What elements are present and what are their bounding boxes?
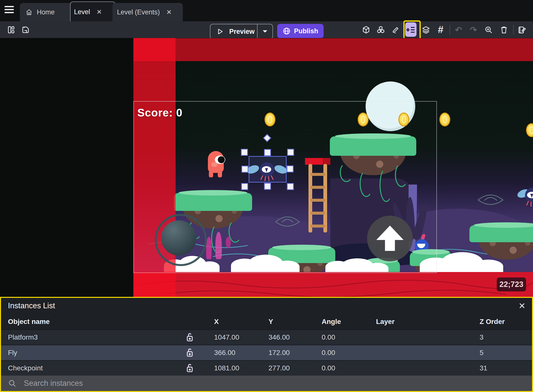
resize-handle[interactable] — [264, 183, 271, 190]
resize-handle[interactable] — [264, 149, 271, 156]
unlock-icon[interactable] — [186, 348, 194, 358]
column-z-order: Z Order — [473, 318, 532, 326]
redo-icon[interactable]: ↷ — [469, 21, 478, 38]
table-row-platform3[interactable]: Platform3 1047.00 346.00 0.00 3 — [1, 329, 532, 345]
app-window: Home Level ✕ Level (Events) ✕ Preview — [0, 0, 533, 392]
tab-level-events-label: Level (Events) — [117, 8, 160, 16]
tab-level-events-close-icon[interactable]: ✕ — [166, 8, 172, 16]
resize-handle[interactable] — [241, 183, 248, 190]
instances-list-icon[interactable] — [405, 22, 417, 37]
panel-title: Instances List — [8, 301, 55, 310]
resize-handle[interactable] — [287, 149, 294, 156]
search-icon — [8, 379, 16, 388]
tab-home[interactable]: Home — [20, 3, 73, 21]
tab-level-active[interactable]: Level ✕ — [70, 1, 115, 22]
scene-editor-canvas[interactable]: Score: 0 22;723 — [0, 38, 533, 297]
column-y: Y — [262, 318, 315, 326]
unlock-icon[interactable] — [186, 332, 194, 342]
undo-icon[interactable]: ↶ — [454, 21, 463, 38]
resize-handle[interactable] — [287, 165, 294, 172]
tab-home-label: Home — [37, 8, 55, 16]
unlock-icon[interactable] — [186, 363, 194, 373]
scene-properties-icon[interactable] — [517, 21, 527, 38]
toolbar-divider — [513, 25, 514, 35]
instances-list-panel: Instances List ✕ Object name X Y Angle L… — [0, 297, 533, 392]
column-x: X — [207, 318, 262, 326]
column-layer: Layer — [369, 318, 473, 326]
search-instances-input[interactable] — [23, 379, 422, 388]
preview-button[interactable]: Preview — [210, 24, 273, 39]
cursor-coordinates-badge: 22;723 — [497, 277, 526, 291]
edit-pencil-icon[interactable] — [391, 21, 400, 38]
toolbar-divider — [450, 25, 450, 35]
red-ground-lines — [133, 272, 533, 297]
selection-box[interactable] — [249, 156, 287, 183]
globe-icon — [283, 27, 291, 35]
objects-group-icon[interactable] — [376, 21, 385, 38]
game-scene[interactable]: Score: 0 22;723 — [133, 38, 533, 297]
chevron-down-icon — [262, 30, 268, 33]
grid-icon[interactable]: # — [436, 21, 445, 38]
save-icon[interactable] — [21, 21, 30, 38]
panel-close-icon[interactable]: ✕ — [519, 301, 526, 311]
table-row-checkpoint[interactable]: Checkpoint 1081.00 277.00 0.00 31 — [1, 360, 532, 376]
tab-level-label: Level — [74, 8, 90, 16]
preview-dropdown-button[interactable] — [257, 24, 272, 39]
panels-layout-icon[interactable] — [6, 21, 16, 38]
resize-handle[interactable] — [241, 149, 248, 156]
table-row-fly[interactable]: Fly 366.00 172.00 0.00 5 — [1, 345, 532, 360]
editor-toolbar: Preview Publish # ↶ ↷ — [0, 21, 533, 38]
add-object-icon[interactable] — [361, 21, 371, 38]
publish-label: Publish — [294, 27, 318, 35]
column-angle: Angle — [315, 318, 369, 326]
tab-level-events[interactable]: Level (Events) ✕ — [113, 3, 183, 21]
zoom-in-icon[interactable] — [484, 21, 493, 38]
layers-icon[interactable] — [421, 21, 431, 38]
column-object-name: Object name — [1, 318, 172, 326]
instances-table-header: Object name X Y Angle Layer Z Order — [1, 314, 532, 329]
home-icon — [25, 8, 33, 16]
preview-label: Preview — [229, 28, 255, 36]
resize-handle[interactable] — [241, 166, 248, 173]
tab-bar: Home Level ✕ Level (Events) ✕ — [0, 0, 533, 21]
menu-hamburger-icon[interactable] — [4, 6, 14, 15]
play-icon — [216, 28, 224, 35]
resize-handle[interactable] — [287, 183, 294, 190]
search-bar — [1, 376, 532, 391]
tab-level-close-icon[interactable]: ✕ — [97, 8, 102, 16]
publish-button[interactable]: Publish — [277, 24, 324, 38]
trash-icon[interactable] — [499, 21, 509, 38]
score-text: Score: 0 — [137, 107, 183, 119]
red-top-band — [133, 38, 533, 61]
jump-button[interactable] — [367, 216, 413, 261]
joystick-control[interactable] — [155, 214, 207, 266]
fly-sprite[interactable] — [519, 185, 533, 208]
